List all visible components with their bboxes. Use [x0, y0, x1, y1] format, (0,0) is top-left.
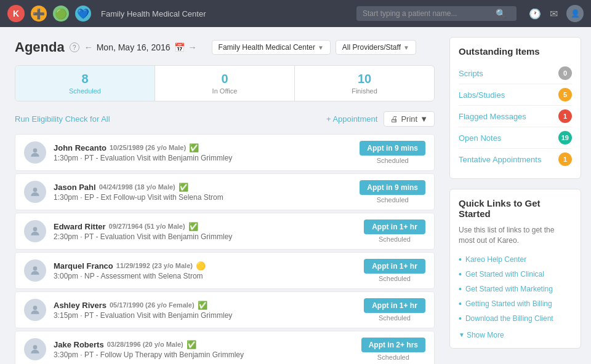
prev-date-button[interactable]: ←	[84, 42, 93, 52]
patient-dob: 09/27/1964 (51 y/o Male)	[109, 223, 185, 230]
outstanding-item-link[interactable]: Tentative Appointments	[459, 155, 541, 164]
appointment-status: Scheduled	[379, 314, 411, 322]
quick-links-list: Kareo Help CenterGet Started with Clinic…	[459, 252, 572, 326]
patient-row[interactable]: Marquel Franco 11/29/1992 (23 y/o Male) …	[15, 252, 435, 289]
right-panel: Outstanding Items Scripts 0 Labs/Studies…	[449, 27, 591, 364]
appointment-time-button[interactable]: Appt in 2+ hrs	[361, 338, 425, 352]
patient-avatar	[24, 338, 46, 360]
appointment-time-button[interactable]: Appt in 1+ hr	[364, 298, 425, 313]
quick-link[interactable]: Getting Started with Billing	[465, 299, 552, 308]
outstanding-item: Open Notes 19	[459, 127, 572, 149]
agenda-filters: Family Health Medical Center ▼ All Provi…	[212, 40, 416, 55]
patient-avatar	[24, 181, 46, 203]
appointment-button-column: Appt in 9 mins Scheduled	[360, 141, 425, 164]
finished-label: Finished	[305, 87, 424, 95]
patient-info: Marquel Franco 11/29/1992 (23 y/o Male) …	[54, 261, 356, 280]
outstanding-list: Scripts 0 Labs/Studies 5 Flagged Message…	[459, 63, 572, 170]
outstanding-badge: 1	[558, 109, 572, 123]
patient-row[interactable]: Jason Pahl 04/24/1998 (18 y/o Male) ✅ 1:…	[15, 173, 435, 210]
search-icon: 🔍	[496, 9, 506, 18]
finished-count: 10	[305, 72, 424, 86]
outstanding-item-link[interactable]: Scripts	[459, 69, 483, 78]
patient-info: Ashley Rivers 05/17/1990 (26 y/o Female)…	[54, 301, 356, 320]
patient-dob: 11/29/1992 (23 y/o Male)	[116, 262, 193, 269]
outstanding-badge: 5	[558, 88, 572, 101]
quick-link[interactable]: Get Started with Marketing	[465, 285, 553, 293]
messages-icon[interactable]: ✉	[550, 8, 558, 20]
action-bar: Run Eligibility Check for All + Appointm…	[15, 111, 435, 127]
patient-details: 3:30pm · PT - Follow Up Therapy with Ben…	[54, 350, 354, 359]
tab-scheduled[interactable]: 8 Scheduled	[15, 66, 155, 101]
show-more-caret-icon: ▼	[459, 331, 465, 338]
patient-row[interactable]: Ashley Rivers 05/17/1990 (26 y/o Female)…	[15, 291, 435, 328]
appointment-status: Scheduled	[377, 157, 409, 164]
action-buttons: + Appointment 🖨 Print ▼	[326, 111, 435, 127]
patient-details: 2:30pm · PT - Evaluation Visit with Benj…	[54, 232, 356, 241]
outstanding-item-link[interactable]: Flagged Messages	[459, 112, 526, 121]
patient-dob: 10/25/1989 (26 y/o Male)	[110, 144, 186, 151]
appointment-time-button[interactable]: Appt in 1+ hr	[364, 220, 425, 234]
outstanding-badge: 19	[558, 131, 572, 144]
quick-link-item: Get Started with Marketing	[459, 282, 572, 296]
appointment-status: Scheduled	[377, 354, 409, 361]
patient-verified-icon: ✅	[198, 301, 207, 310]
outstanding-item-link[interactable]: Open Notes	[459, 133, 501, 143]
patient-row[interactable]: Jake Roberts 03/28/1996 (20 y/o Male) ✅ …	[15, 331, 435, 364]
patient-row[interactable]: Edward Ritter 09/27/1964 (51 y/o Male) ✅…	[15, 213, 435, 250]
providers-caret-icon: ▼	[403, 44, 409, 51]
history-icon[interactable]: 🕐	[529, 8, 541, 20]
calendar-icon[interactable]: 📅	[174, 42, 185, 52]
outstanding-item: Tentative Appointments 1	[459, 149, 572, 170]
nav-icon-blue[interactable]: 💙	[75, 6, 91, 22]
patient-row[interactable]: John Recanto 10/25/1989 (26 y/o Male) ✅ …	[15, 134, 435, 171]
scheduled-count: 8	[25, 72, 145, 86]
tab-in-office[interactable]: 0 In Office	[155, 66, 295, 101]
app-logo[interactable]: K	[7, 5, 25, 22]
scheduled-label: Scheduled	[25, 87, 145, 95]
patient-dob: 04/24/1998 (18 y/o Male)	[99, 183, 175, 191]
appointment-status: Scheduled	[377, 196, 409, 204]
svg-point-3	[33, 266, 38, 271]
appointment-time-button[interactable]: Appt in 1+ hr	[364, 259, 425, 274]
quick-link-item: Getting Started with Billing	[459, 296, 572, 311]
outstanding-badge: 0	[558, 66, 572, 80]
patient-info: Jason Pahl 04/24/1998 (18 y/o Male) ✅ 1:…	[54, 183, 352, 202]
quick-link[interactable]: Get Started with Clinical	[465, 270, 544, 279]
show-more-button[interactable]: ▼ Show More	[459, 331, 572, 339]
nav-icon-green[interactable]: 🟢	[53, 6, 69, 22]
patient-info: Edward Ritter 09/27/1964 (51 y/o Male) ✅…	[54, 222, 356, 241]
add-appointment-button[interactable]: + Appointment	[326, 114, 377, 124]
stats-tabs: 8 Scheduled 0 In Office 10 Finished	[15, 65, 435, 101]
tab-finished[interactable]: 10 Finished	[295, 66, 434, 101]
appointment-time-button[interactable]: Appt in 9 mins	[360, 141, 425, 156]
nav-icon-orange[interactable]: ➕	[31, 6, 47, 22]
user-avatar[interactable]: 👤	[566, 5, 584, 22]
quick-link[interactable]: Download the Billing Client	[465, 314, 553, 323]
next-date-button[interactable]: →	[188, 42, 197, 52]
eligibility-check-link[interactable]: Run Eligibility Check for All	[15, 114, 110, 124]
quick-link[interactable]: Kareo Help Center	[465, 255, 526, 264]
print-button[interactable]: 🖨 Print ▼	[384, 111, 435, 127]
outstanding-badge: 1	[558, 152, 572, 166]
svg-point-2	[33, 227, 38, 231]
quick-links-card: Quick Links to Get Started Use this list…	[449, 189, 581, 349]
help-icon[interactable]: ?	[70, 42, 79, 52]
agenda-header: Agenda ? ← Mon, May 16, 2016 📅 → Family …	[15, 39, 435, 55]
location-filter[interactable]: Family Health Medical Center ▼	[212, 40, 331, 55]
search-input[interactable]	[363, 9, 492, 18]
patient-details: 1:30pm · PT - Evaluation Visit with Benj…	[54, 154, 352, 162]
providers-filter[interactable]: All Providers/Staff ▼	[336, 40, 416, 55]
outstanding-item-link[interactable]: Labs/Studies	[459, 90, 505, 100]
patient-verified-icon: ✅	[189, 143, 199, 152]
patient-name: John Recanto 10/25/1989 (26 y/o Male) ✅	[54, 143, 352, 152]
patient-dob: 05/17/1990 (26 y/o Female)	[110, 301, 195, 309]
in-office-label: In Office	[165, 87, 284, 95]
patient-search[interactable]: 🔍	[356, 6, 517, 21]
page-title: Agenda	[15, 39, 65, 55]
patient-dob: 03/28/1996 (20 y/o Male)	[107, 341, 183, 348]
nav-actions: 🕐 ✉ 👤	[529, 5, 584, 22]
appointment-time-button[interactable]: Appt in 9 mins	[360, 180, 425, 195]
quick-link-item: Kareo Help Center	[459, 252, 572, 267]
patient-list: John Recanto 10/25/1989 (26 y/o Male) ✅ …	[15, 134, 435, 364]
patient-name: Jason Pahl 04/24/1998 (18 y/o Male) ✅	[54, 183, 352, 192]
